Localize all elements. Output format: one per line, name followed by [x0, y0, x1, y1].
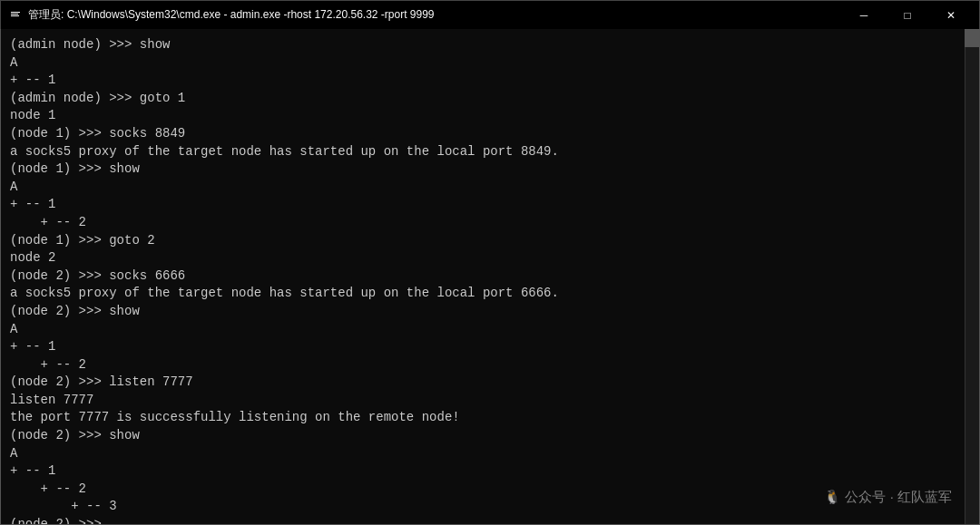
- minimize-button[interactable]: ─: [843, 1, 885, 30]
- svg-rect-3: [11, 15, 19, 16]
- terminal-output: (admin node) >>> show A + -- 1 (admin no…: [10, 36, 970, 525]
- terminal-window: (admin node) >>> show A + -- 1 (admin no…: [0, 29, 980, 525]
- scrollbar[interactable]: [965, 29, 979, 524]
- titlebar: 管理员: C:\Windows\System32\cmd.exe - admin…: [0, 0, 980, 29]
- window-controls: ─ □ ✕: [843, 1, 972, 30]
- app-icon: [8, 8, 23, 23]
- scrollbar-thumb[interactable]: [965, 29, 979, 47]
- maximize-button[interactable]: □: [887, 1, 928, 30]
- svg-rect-2: [11, 14, 18, 15]
- watermark: 🐧 公众号 · 红队蓝军: [824, 489, 952, 506]
- window-title: 管理员: C:\Windows\System32\cmd.exe - admin…: [28, 7, 843, 23]
- svg-rect-1: [11, 12, 20, 13]
- close-button[interactable]: ✕: [930, 1, 972, 30]
